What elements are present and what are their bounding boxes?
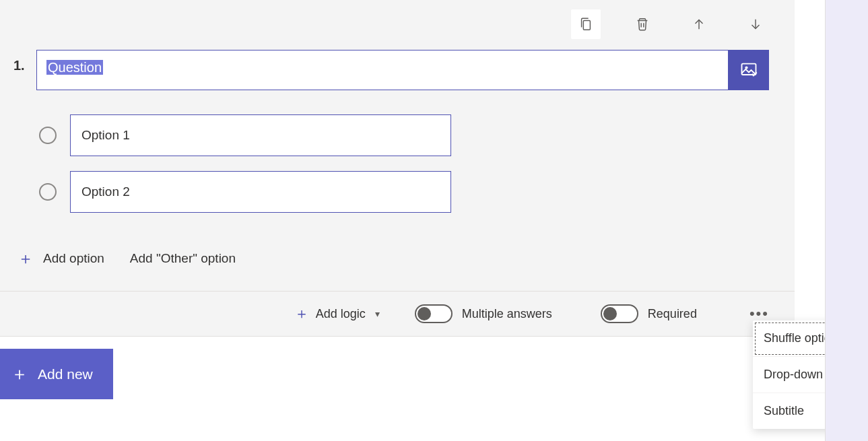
option-label: Option 1 <box>81 128 130 143</box>
multiple-answers-toggle[interactable] <box>415 304 453 323</box>
add-options-row: ＋ Add option Add "Other" option <box>0 233 795 291</box>
insert-media-button[interactable] <box>729 50 769 90</box>
move-up-button[interactable] <box>684 9 714 39</box>
question-input-wrap: Question <box>36 50 769 90</box>
question-footer: ＋ Add logic ▾ Multiple answers Required … <box>0 291 795 336</box>
arrow-up-icon <box>692 17 706 32</box>
options-list: Option 1 Option 2 <box>0 90 795 233</box>
question-text-selected: Question <box>46 60 103 75</box>
plus-icon: ＋ <box>11 362 28 386</box>
question-toolbar <box>0 0 795 40</box>
question-number: 1. <box>13 58 28 73</box>
required-group: Required <box>601 304 697 323</box>
add-logic-label: Add logic <box>316 307 366 321</box>
multiple-answers-label: Multiple answers <box>462 307 552 321</box>
add-option-button[interactable]: Add option <box>43 251 104 266</box>
add-new-button[interactable]: ＋ Add new <box>0 349 113 399</box>
chevron-down-icon: ▾ <box>375 308 380 319</box>
copy-button[interactable] <box>571 9 601 39</box>
question-input[interactable]: Question <box>36 50 729 90</box>
required-label: Required <box>648 307 697 321</box>
option-row: Option 1 <box>39 114 795 156</box>
question-card: 1. Question Option 1 <box>0 0 795 337</box>
option-row: Option 2 <box>39 171 795 213</box>
radio-icon[interactable] <box>39 127 57 144</box>
move-down-button[interactable] <box>741 9 770 39</box>
question-row: 1. Question <box>0 40 795 90</box>
option-input[interactable]: Option 2 <box>70 171 451 213</box>
add-logic-button[interactable]: ＋ Add logic ▾ <box>294 304 380 324</box>
required-toggle[interactable] <box>601 304 638 323</box>
multiple-answers-group: Multiple answers <box>415 304 552 323</box>
plus-icon: ＋ <box>294 304 309 324</box>
trash-icon <box>635 17 650 32</box>
ellipsis-icon: ••• <box>749 305 769 322</box>
add-new-label: Add new <box>38 366 93 382</box>
delete-button[interactable] <box>628 9 657 39</box>
plus-icon: ＋ <box>18 248 34 269</box>
image-icon <box>739 61 758 79</box>
copy-icon <box>578 17 593 32</box>
option-label: Option 2 <box>81 184 130 199</box>
radio-icon[interactable] <box>39 183 57 201</box>
option-input[interactable]: Option 1 <box>70 114 451 156</box>
add-other-button[interactable]: Add "Other" option <box>130 251 236 266</box>
arrow-down-icon <box>748 17 763 32</box>
right-rail <box>825 0 868 441</box>
svg-rect-0 <box>583 21 590 30</box>
